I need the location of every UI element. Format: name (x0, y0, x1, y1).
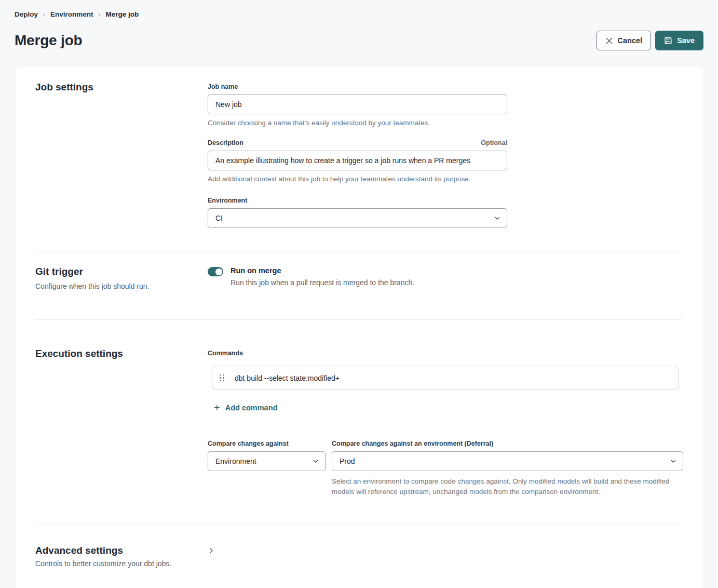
environment-label: Environment (208, 197, 247, 204)
job-name-field-group: Job name Consider choosing a name that's… (208, 82, 683, 127)
breadcrumb-environment[interactable]: Environment (50, 10, 93, 18)
job-settings-card: Job settings Job name Consider choosing … (16, 67, 702, 588)
deferral-select-value: Prod (340, 457, 355, 465)
drag-handle-icon[interactable] (220, 375, 224, 382)
run-on-merge-toggle[interactable] (208, 267, 223, 276)
commands-label: Commands (208, 350, 243, 357)
chevron-right-icon: › (99, 11, 101, 18)
advanced-settings-subtitle: Controls to better customize your dbt jo… (35, 559, 208, 568)
breadcrumb: Deploy › Environment › Merge job (15, 10, 703, 18)
chevron-right-icon[interactable] (208, 547, 215, 554)
run-on-merge-description: Run this job when a pull request is merg… (231, 278, 414, 287)
add-command-label: Add command (225, 404, 278, 412)
plus-icon: + (214, 403, 220, 413)
chevron-down-icon (670, 458, 676, 464)
save-button[interactable]: Save (655, 31, 703, 50)
close-icon (605, 37, 613, 45)
advanced-settings-section[interactable]: Advanced settings Controls to better cus… (35, 524, 683, 588)
job-name-helper: Consider choosing a name that's easily u… (208, 119, 683, 127)
compare-changes-field-group: Compare changes against Environment (208, 438, 326, 498)
environment-select-value: CI (215, 214, 223, 222)
description-input[interactable] (208, 151, 507, 170)
git-trigger-subtitle: Configure when this job should run. (35, 282, 208, 290)
advanced-settings-title: Advanced settings (35, 545, 208, 556)
save-button-label: Save (677, 36, 695, 45)
cancel-button[interactable]: Cancel (597, 31, 652, 50)
execution-settings-title: Execution settings (35, 348, 208, 359)
chevron-down-icon (494, 215, 500, 221)
breadcrumb-deploy[interactable]: Deploy (15, 10, 38, 18)
description-helper: Add additional context about this job to… (208, 175, 683, 183)
chevron-right-icon: › (43, 11, 45, 18)
deferral-label: Compare changes against an environment (… (332, 440, 493, 447)
deferral-helper: Select an environment to compare code ch… (332, 476, 674, 498)
compare-changes-select[interactable]: Environment (208, 451, 326, 471)
deferral-select[interactable]: Prod (332, 451, 683, 471)
cancel-button-label: Cancel (618, 36, 643, 45)
command-text[interactable]: dbt build --select state:modified+ (235, 374, 340, 382)
compare-changes-select-value: Environment (215, 457, 256, 465)
environment-field-group: Environment CI (208, 195, 683, 228)
save-icon (664, 36, 672, 45)
page: Deploy › Environment › Merge job Merge j… (0, 0, 718, 588)
toggle-knob (215, 268, 223, 276)
description-label: Description (208, 139, 243, 146)
run-on-merge-label: Run on merge (231, 266, 414, 275)
page-header: Merge job Cancel Save (15, 31, 703, 50)
git-trigger-section: Git trigger Configure when this job shou… (35, 251, 683, 319)
page-title: Merge job (15, 32, 82, 49)
compare-changes-label: Compare changes against (208, 440, 289, 447)
environment-select[interactable]: CI (208, 208, 507, 228)
compare-grid: Compare changes against Environment Comp… (208, 438, 683, 498)
run-on-merge-row: Run on merge Run this job when a pull re… (208, 266, 683, 287)
execution-settings-section: Execution settings Commands dbt build --… (35, 320, 683, 524)
command-row[interactable]: dbt build --select state:modified+ (212, 366, 679, 390)
job-name-input[interactable] (208, 95, 507, 114)
git-trigger-title: Git trigger (35, 266, 208, 277)
job-settings-title: Job settings (35, 82, 208, 93)
job-settings-section: Job settings Job name Consider choosing … (35, 67, 683, 251)
description-optional-badge: Optional (481, 139, 507, 146)
description-field-group: Description Optional Add additional cont… (208, 139, 683, 183)
job-name-label: Job name (208, 83, 238, 90)
header-actions: Cancel Save (597, 31, 703, 50)
deferral-field-group: Compare changes against an environment (… (332, 438, 683, 498)
breadcrumb-merge-job: Merge job (106, 10, 139, 18)
add-command-button[interactable]: + Add command (214, 403, 277, 413)
chevron-down-icon (313, 458, 319, 464)
